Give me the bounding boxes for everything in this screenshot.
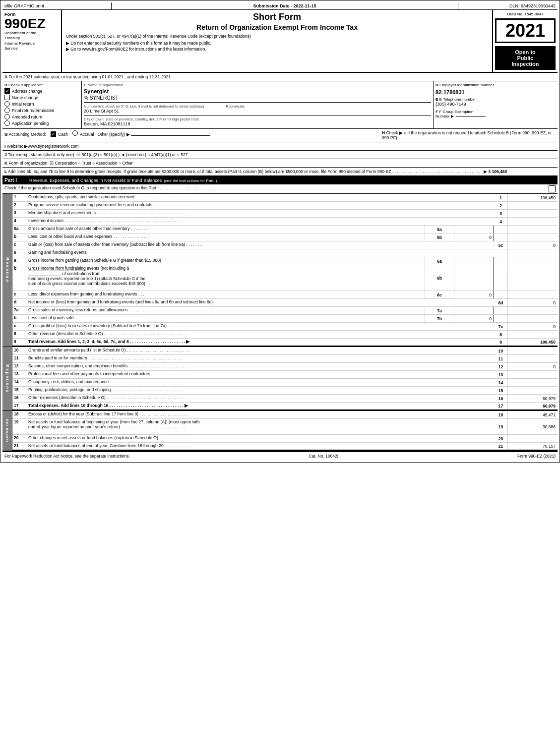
form-number: 990EZ xyxy=(4,17,59,31)
g-label: G xyxy=(4,132,8,137)
row-5a-subcol: 5a xyxy=(425,226,454,233)
row-13: 13 Professional fees and other payments … xyxy=(12,371,558,379)
footer-left: For Paperwork Reduction Act Notice, see … xyxy=(4,454,130,459)
row-14-value xyxy=(508,379,558,386)
row-6b-line1: Gross income from fundraising events (no… xyxy=(28,266,129,271)
initial-return-radio[interactable] xyxy=(4,101,10,107)
submission-date: Submission Date - 2022-11-15 xyxy=(112,2,458,9)
row-12-desc: Salaries, other compensation, and employ… xyxy=(26,363,494,370)
row-13-linenum: 13 xyxy=(494,371,508,378)
row-15-linenum: 15 xyxy=(494,387,508,394)
row-20-desc: Other changes in net assets or fund bala… xyxy=(26,435,494,442)
row-8-value xyxy=(508,331,558,338)
city-block: City or town, state or province, country… xyxy=(84,115,431,126)
website-text: Website: ▶www.synergistnetwork.com xyxy=(7,144,79,149)
row-9: 9 Total revenue. Add lines 1, 2, 3, 4, 5… xyxy=(12,339,558,347)
omb-number: OMB No. 1545-0047 xyxy=(495,12,556,16)
address-block: Number and street (or P. O. box, if mail… xyxy=(84,102,431,114)
row-7c-desc: Gross profit or (loss) from sales of inv… xyxy=(26,323,494,330)
row-9-desc: Total revenue. Add lines 1, 2, 3, 4, 5c,… xyxy=(26,339,494,346)
accrual-radio[interactable] xyxy=(72,130,78,136)
part1-check-row: Check if the organization used Schedule … xyxy=(2,184,558,194)
row-6a-subval xyxy=(454,257,494,265)
form-title-sub: Return of Organization Exempt From Incom… xyxy=(66,23,488,32)
part1-checkbox[interactable] xyxy=(549,185,556,192)
row-16-value: 60,979 xyxy=(508,395,558,402)
row-7b-linenum xyxy=(494,315,508,322)
address-change-checkbox[interactable]: ✓ xyxy=(4,88,10,94)
initial-return-row: Initial return xyxy=(4,101,79,107)
row-7b-subval: 0 xyxy=(454,315,494,322)
row-7b-desc: Less: cost of goods sold . . . . . . . .… xyxy=(26,315,425,322)
row-2-num: 2 xyxy=(12,202,26,209)
final-return-radio[interactable] xyxy=(4,108,10,113)
row-8: 8 Other revenue (describe in Schedule O)… xyxy=(12,331,558,339)
row-5b: b Less: cost or other basis and sales ex… xyxy=(12,233,558,241)
row-14-num: 14 xyxy=(12,379,26,386)
row-21-value: 76,157 xyxy=(508,443,558,450)
row-3-desc: Membership dues and assessments . . . . … xyxy=(26,210,494,217)
amended-return-radio[interactable] xyxy=(4,114,10,119)
row-19-linenum: 19 xyxy=(494,419,508,434)
net-assets-side-label: Net Assets xyxy=(2,411,12,451)
application-pending-label: Application pending xyxy=(12,121,49,126)
row-6d: d Net income or (loss) from gaming and f… xyxy=(12,299,558,307)
row-7c: c Gross profit or (loss) from sales of i… xyxy=(12,323,558,331)
tax-year: 2021 xyxy=(495,18,556,43)
phone-value: (305) 490-7149 xyxy=(436,102,556,107)
row-6b-desc: Gross income from fundraising events (no… xyxy=(26,265,425,291)
row-17-num: 17 xyxy=(12,403,26,409)
row-7b-value xyxy=(508,315,558,322)
cash-checkbox[interactable]: ✓ xyxy=(51,131,56,137)
row-4-num: 4 xyxy=(12,218,26,225)
accrual-label: Accrual xyxy=(80,132,94,137)
name-change-checkbox[interactable] xyxy=(4,95,10,100)
row-16-num: 16 xyxy=(12,395,26,402)
section-h: H Check ▶ ○ if the organization is not r… xyxy=(382,130,556,140)
row-6c-subcol: 6c xyxy=(425,291,454,298)
row-1-desc: Contributions, gifts, grants, and simila… xyxy=(26,194,494,201)
row-6c-value xyxy=(508,291,558,298)
l-value: 106,450 xyxy=(492,169,507,174)
row-11-num: 11 xyxy=(12,355,26,362)
form-footer: For Paperwork Reduction Act Notice, see … xyxy=(2,451,558,460)
row-3-value xyxy=(508,210,558,217)
row-3-num: 3 xyxy=(12,210,26,217)
row-6b-subval xyxy=(454,265,494,291)
row-7c-value: 0 xyxy=(508,323,558,330)
open-to-public: Open toPublicInspection xyxy=(495,46,556,70)
row-17-value: 60,979 xyxy=(508,403,558,409)
row-14-desc: Occupancy, rent, utilities, and maintena… xyxy=(26,379,494,386)
part1-title: Revenue, Expenses, and Changes in Net As… xyxy=(29,178,162,183)
row-18: 18 Excess or (deficit) for the year (Sub… xyxy=(12,411,558,419)
form-number-block: Form 990EZ Department of the Treasury In… xyxy=(2,10,62,72)
row-6-linenum xyxy=(494,249,508,257)
amended-return-label: Amended return xyxy=(12,115,42,119)
row-7a-subval xyxy=(454,307,494,314)
row-12-num: 12 xyxy=(12,363,26,370)
row-2-desc: Program service revenue including govern… xyxy=(26,202,494,209)
application-pending-row: Application pending xyxy=(4,120,79,126)
section-a: A For the 2021 calendar year, or tax yea… xyxy=(2,73,558,81)
row-6a-desc: Gross income from gaming (attach Schedul… xyxy=(26,257,425,265)
section-i: I Website: ▶www.synergistnetwork.com xyxy=(2,142,558,151)
row-5c-value: 0 xyxy=(508,241,558,249)
part1-check-text: Check if the organization used Schedule … xyxy=(4,185,215,192)
row-17-linenum: 17 xyxy=(494,403,508,409)
row-7a-num: 7a xyxy=(12,307,26,314)
final-return-label: Final return/terminated xyxy=(12,108,55,113)
row-19-desc: Net assets or fund balances at beginning… xyxy=(26,419,494,434)
application-pending-radio[interactable] xyxy=(4,120,10,126)
row-8-desc: Other revenue (describe in Schedule O) .… xyxy=(26,331,494,338)
net-assets-section: Net Assets 18 Excess or (deficit) for th… xyxy=(2,411,558,451)
row-7a-desc: Gross sales of inventory, less returns a… xyxy=(26,307,425,314)
row-16: 16 Other expenses (describe in Schedule … xyxy=(12,395,558,403)
part1-header: Part I Revenue, Expenses, and Changes in… xyxy=(2,176,558,184)
name-change-row: Name change xyxy=(4,95,79,100)
addr-value: 20 Lime St Apt 51 xyxy=(84,109,431,114)
row-20-num: 20 xyxy=(12,435,26,442)
row-13-value xyxy=(508,371,558,378)
row-2-value xyxy=(508,202,558,209)
org-name-sub: % SYNERGIST xyxy=(84,95,431,101)
row-14: 14 Occupancy, rent, utilities, and maint… xyxy=(12,379,558,387)
